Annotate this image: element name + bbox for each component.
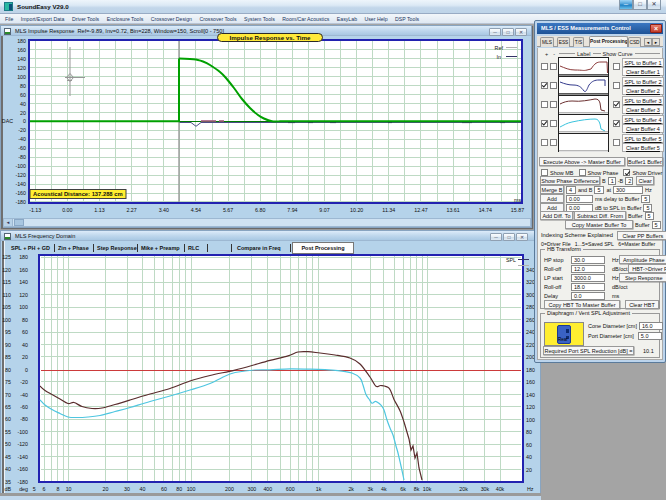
svg-text:115: 115 — [3, 279, 11, 285]
svg-text:20: 20 — [20, 110, 26, 116]
svg-text:0: 0 — [23, 118, 26, 124]
svg-text:9.07: 9.07 — [319, 207, 329, 213]
svg-text:65: 65 — [5, 404, 11, 410]
svg-text:-120: -120 — [17, 441, 28, 447]
svg-text:40: 40 — [22, 342, 28, 348]
svg-text:140: 140 — [17, 56, 26, 62]
svg-text:0: 0 — [25, 367, 28, 373]
svg-text:6: 6 — [43, 486, 46, 492]
svg-text:-1.13: -1.13 — [29, 207, 41, 213]
svg-text:6k: 6k — [400, 486, 406, 492]
svg-text:13.61: 13.61 — [446, 207, 459, 213]
svg-text:15.87: 15.87 — [511, 207, 524, 213]
svg-text:100: 100 — [2, 317, 11, 323]
svg-text:160: 160 — [17, 47, 26, 53]
svg-text:60: 60 — [20, 92, 26, 98]
svg-text:12.47: 12.47 — [414, 207, 427, 213]
svg-text:180: 180 — [17, 38, 26, 44]
svg-text:7.94: 7.94 — [287, 207, 297, 213]
svg-text:-120: -120 — [15, 172, 26, 178]
svg-text:6.80: 6.80 — [255, 207, 265, 213]
svg-text:120: 120 — [17, 65, 26, 71]
svg-text:2.27: 2.27 — [126, 207, 136, 213]
svg-text:-140: -140 — [15, 181, 26, 187]
svg-text:40: 40 — [139, 486, 145, 492]
svg-text:80: 80 — [20, 83, 26, 89]
svg-text:14.74: 14.74 — [479, 207, 492, 213]
svg-text:-80: -80 — [18, 154, 26, 160]
svg-text:30k: 30k — [481, 486, 490, 492]
svg-text:60: 60 — [22, 329, 28, 335]
svg-text:dB: dB — [5, 486, 12, 492]
svg-text:10k: 10k — [423, 486, 432, 492]
svg-text:-80: -80 — [20, 416, 28, 422]
svg-text:85: 85 — [5, 354, 11, 360]
svg-text:400: 400 — [263, 486, 272, 492]
svg-text:60: 60 — [526, 442, 532, 448]
svg-text:40: 40 — [526, 454, 532, 460]
svg-text:40: 40 — [5, 466, 11, 472]
svg-text:20: 20 — [22, 354, 28, 360]
svg-text:-100: -100 — [15, 163, 26, 169]
svg-text:100: 100 — [17, 74, 26, 80]
svg-text:180: 180 — [19, 254, 28, 260]
svg-text:8: 8 — [56, 486, 59, 492]
svg-text:-160: -160 — [15, 190, 26, 196]
svg-text:35: 35 — [5, 479, 11, 485]
svg-text:-20: -20 — [18, 127, 26, 133]
svg-text:110: 110 — [3, 292, 11, 298]
svg-text:45: 45 — [5, 454, 11, 460]
svg-text:DAC: DAC — [2, 118, 13, 124]
svg-text:120: 120 — [19, 292, 28, 298]
svg-text:deg: deg — [19, 486, 28, 492]
svg-text:80: 80 — [22, 317, 28, 323]
svg-text:125: 125 — [2, 254, 11, 260]
svg-text:-40: -40 — [20, 392, 28, 398]
svg-text:-180: -180 — [15, 199, 26, 205]
svg-text:10.20: 10.20 — [350, 207, 363, 213]
svg-text:-140: -140 — [17, 454, 28, 460]
svg-text:30: 30 — [124, 486, 130, 492]
svg-text:140: 140 — [19, 279, 28, 285]
svg-text:-180: -180 — [17, 479, 28, 485]
svg-text:55: 55 — [5, 429, 11, 435]
svg-text:95: 95 — [5, 329, 11, 335]
svg-text:-60: -60 — [20, 404, 28, 410]
svg-text:50: 50 — [5, 441, 11, 447]
svg-text:5.67: 5.67 — [223, 207, 233, 213]
svg-text:75: 75 — [5, 379, 11, 385]
svg-text:200: 200 — [225, 486, 234, 492]
svg-text:-40: -40 — [18, 136, 26, 142]
svg-text:-60: -60 — [18, 145, 26, 151]
svg-text:160: 160 — [526, 379, 535, 385]
svg-text:SPL: SPL — [506, 257, 516, 263]
svg-text:80: 80 — [5, 367, 11, 373]
svg-text:20k: 20k — [459, 486, 468, 492]
svg-text:20: 20 — [103, 486, 109, 492]
svg-text:60: 60 — [161, 486, 167, 492]
svg-text:10: 10 — [66, 486, 72, 492]
svg-text:11.34: 11.34 — [382, 207, 395, 213]
svg-text:Hz: Hz — [527, 486, 534, 492]
svg-text:140: 140 — [526, 392, 535, 398]
svg-text:0.00: 0.00 — [62, 207, 72, 213]
svg-text:300: 300 — [247, 486, 256, 492]
svg-text:In: In — [497, 54, 502, 60]
svg-text:40: 40 — [20, 101, 26, 107]
svg-text:80: 80 — [526, 429, 532, 435]
svg-text:100: 100 — [187, 486, 196, 492]
svg-text:1.13: 1.13 — [94, 207, 104, 213]
svg-text:120: 120 — [526, 404, 535, 410]
svg-text:-100: -100 — [17, 429, 28, 435]
svg-text:100: 100 — [19, 304, 28, 310]
svg-text:4k: 4k — [381, 486, 387, 492]
svg-text:ms: ms — [514, 197, 521, 203]
svg-text:180: 180 — [526, 367, 535, 373]
svg-text:8k: 8k — [414, 486, 420, 492]
svg-text:1k: 1k — [316, 486, 322, 492]
svg-text:60: 60 — [5, 416, 11, 422]
svg-text:90: 90 — [5, 342, 11, 348]
svg-text:80: 80 — [176, 486, 182, 492]
svg-text:4.54: 4.54 — [191, 207, 201, 213]
svg-text:160: 160 — [19, 267, 28, 273]
